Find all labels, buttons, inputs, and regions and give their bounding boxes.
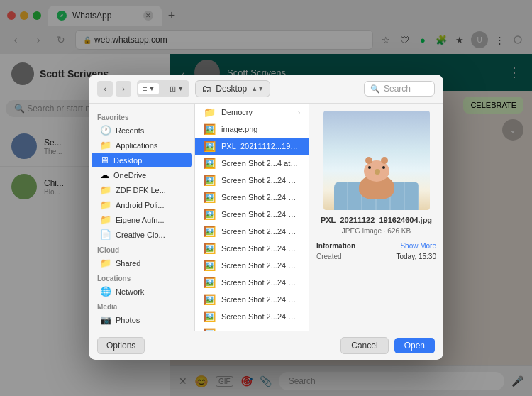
file-icon: 🖼️ <box>204 123 216 135</box>
preview-filetype: JPEG image · 626 KB <box>321 227 432 235</box>
file-list-item[interactable]: 🖼️Screen Shot 2...4 at 09.02.35 <box>195 155 309 172</box>
forward-arrow-button[interactable]: › <box>116 81 131 97</box>
locations-section-title: Locations <box>89 270 194 284</box>
file-list-item[interactable]: 📁Democry› <box>195 104 309 121</box>
media-section-title: Media <box>89 299 194 312</box>
dialog-sidebar: Favorites 🕐 Recents 📁 Applications 🖥 Des… <box>89 104 195 331</box>
file-name: Screen Shot 2...24 at 11.02.24 <box>221 210 300 219</box>
folder-icon: 📁 <box>204 106 216 118</box>
file-list: 📁Democry›🖼️image.png🖼️PXL_20211112...191… <box>195 104 309 331</box>
file-name: Democry <box>221 108 253 116</box>
file-name: Screen Shot 2...24 at 11.03.14 <box>221 261 300 270</box>
sidebar-item-desktop[interactable]: 🖥 Desktop <box>92 153 192 167</box>
file-list-item[interactable]: 🖼️Screen Shot 2...24 at 11.02.04 <box>195 189 309 206</box>
location-label: Desktop <box>216 84 247 94</box>
hamster-body <box>359 175 394 199</box>
desktop-icon: 🖥 <box>100 155 109 165</box>
file-name: image.png <box>221 125 257 133</box>
file-list-item[interactable]: 🖼️image.png <box>195 121 309 138</box>
file-list-item[interactable]: 🖼️Screen Shot 2...24 at 14.50.52 <box>195 325 309 331</box>
file-list-item[interactable]: 🖼️Screen Shot 2...24 at 11.02.41 <box>195 223 309 240</box>
hamster-eye-right <box>382 166 385 169</box>
sidebar-item-creative[interactable]: 📄 Creative Clo... <box>92 227 192 242</box>
recents-icon: 🕐 <box>100 125 111 136</box>
sidebar-label-network: Network <box>116 287 144 296</box>
photos-icon: 📷 <box>100 314 111 325</box>
info-label: Information <box>316 242 355 250</box>
file-icon: 🖼️ <box>204 311 216 322</box>
preview-info-header: Information Show More <box>316 242 436 250</box>
preview-panel: PXL_20211122_191624604.jpg JPEG image · … <box>309 104 443 331</box>
sidebar-item-photos[interactable]: 📷 Photos <box>92 312 192 327</box>
icloud-section-title: iCloud <box>89 242 194 255</box>
file-list-item[interactable]: 🖼️PXL_20211112...191624604.jpg <box>195 138 309 155</box>
sidebar-item-onedrive[interactable]: ☁ OneDrive <box>92 167 192 182</box>
search-icon: 🔍 <box>370 84 380 94</box>
sidebar-label-shared: Shared <box>116 259 140 268</box>
creative-icon: 📄 <box>100 229 111 240</box>
file-list-item[interactable]: 🖼️Screen Shot 2...24 at 14.47.15 <box>195 274 309 291</box>
file-icon: 🖼️ <box>204 141 216 152</box>
android-icon: 📁 <box>100 199 111 210</box>
sidebar-item-shared[interactable]: 📁 Shared <box>92 255 192 270</box>
search-placeholder: Search <box>384 84 411 94</box>
sidebar-label-eigene: Eigene Aufn... <box>116 216 165 224</box>
file-list-item[interactable]: 🖼️Screen Shot 2...24 at 11.02.24 <box>195 206 309 223</box>
hamster-figure <box>359 175 394 199</box>
file-icon: 🖼️ <box>204 192 216 203</box>
view-toggle: ≡ ▼ ⊞ ▼ <box>137 80 189 97</box>
file-icon: 🖼️ <box>204 294 216 305</box>
eigene-icon: 📁 <box>100 214 111 225</box>
back-arrow-button[interactable]: ‹ <box>97 81 113 97</box>
file-icon: 🖼️ <box>204 226 216 237</box>
preview-filename: PXL_20211122_191624604.jpg <box>321 216 432 224</box>
sidebar-label-desktop: Desktop <box>113 156 142 165</box>
zdf-icon: 📁 <box>100 185 111 195</box>
created-value: Today, 15:30 <box>396 253 436 260</box>
list-view-button[interactable]: ≡ ▼ <box>138 83 159 94</box>
file-name: Screen Shot 2...24 at 14.47.23 <box>221 295 300 304</box>
sidebar-item-eigene[interactable]: 📁 Eigene Aufn... <box>92 212 192 227</box>
file-list-item[interactable]: 🖼️Screen Shot 2...24 at 11.01.49 <box>195 172 309 189</box>
info-row-created: Created Today, 15:30 <box>316 253 436 260</box>
file-name: Screen Shot 2...24 at 11.01.49 <box>221 176 300 185</box>
file-icon: 🖼️ <box>204 209 216 220</box>
file-icon: 🖼️ <box>204 260 216 271</box>
location-selector[interactable]: 🗂 Desktop ▲▼ <box>195 80 270 97</box>
dialog-search-box[interactable]: 🔍 Search <box>364 81 435 97</box>
sidebar-item-android[interactable]: 📁 Android Poli... <box>92 197 192 212</box>
options-button[interactable]: Options <box>97 337 145 354</box>
file-list-item[interactable]: 🖼️Screen Shot 2...24 at 14.47.31 <box>195 308 309 325</box>
hamster-ear-left <box>365 157 372 164</box>
dialog-toolbar: ‹ › ≡ ▼ ⊞ ▼ 🗂 Desktop ▲▼ 🔍 Search <box>89 75 443 104</box>
sidebar-item-applications[interactable]: 📁 Applications <box>92 138 192 153</box>
view-separator <box>162 82 162 96</box>
grid-view-button[interactable]: ⊞ ▼ <box>165 83 188 95</box>
file-icon: 🖼️ <box>204 175 216 186</box>
location-folder-icon: 🗂 <box>201 83 211 94</box>
sidebar-label-onedrive: OneDrive <box>113 171 146 180</box>
file-name: PXL_20211112...191624604.jpg <box>221 142 300 150</box>
file-name: Screen Shot 2...24 at 14.50.52 <box>221 329 300 331</box>
file-name: Screen Shot 2...24 at 11.02.51 <box>221 244 300 253</box>
shared-icon: 📁 <box>100 258 111 268</box>
sidebar-item-zdf[interactable]: 📁 ZDF DFK Le... <box>92 182 192 197</box>
file-list-item[interactable]: 🖼️Screen Shot 2...24 at 11.02.51 <box>195 240 309 257</box>
sidebar-label-android: Android Poli... <box>116 201 164 209</box>
location-chevron-icon: ▲▼ <box>251 85 264 92</box>
cancel-button[interactable]: Cancel <box>340 337 388 354</box>
file-list-item[interactable]: 🖼️Screen Shot 2...24 at 14.47.23 <box>195 291 309 308</box>
network-icon: 🌐 <box>100 286 111 297</box>
file-list-item[interactable]: 🖼️Screen Shot 2...24 at 11.03.14 <box>195 257 309 274</box>
sidebar-label-zdf: ZDF DFK Le... <box>116 186 166 194</box>
open-button[interactable]: Open <box>394 338 435 353</box>
applications-icon: 📁 <box>100 140 111 150</box>
file-icon: 🖼️ <box>204 277 216 288</box>
hamster-eye-left <box>368 166 371 169</box>
file-icon: 🖼️ <box>204 243 216 254</box>
show-more-button[interactable]: Show More <box>400 242 436 250</box>
sidebar-item-recents[interactable]: 🕐 Recents <box>92 123 192 138</box>
sidebar-label-recents: Recents <box>116 126 144 135</box>
sidebar-item-network[interactable]: 🌐 Network <box>92 284 192 299</box>
onedrive-icon: ☁ <box>100 170 109 180</box>
